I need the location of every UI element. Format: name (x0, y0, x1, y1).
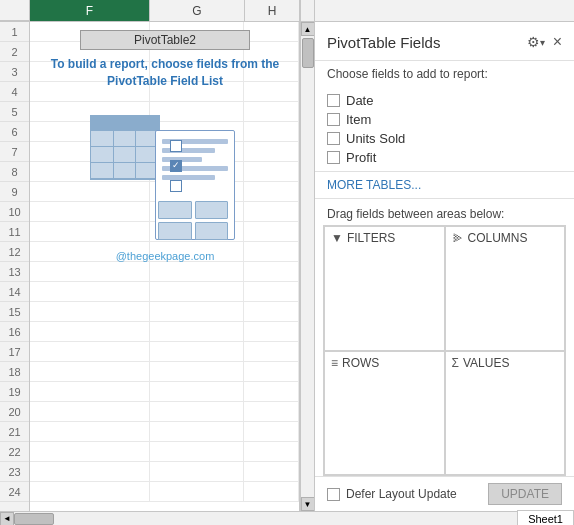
update-button[interactable]: UPDATE (488, 483, 562, 505)
field-checkbox-date[interactable] (327, 94, 340, 107)
scroll-track[interactable] (301, 36, 315, 497)
panel-footer: Defer Layout Update UPDATE (315, 476, 574, 511)
illus-checkbox-1 (170, 140, 182, 152)
row-num: 16 (0, 322, 29, 342)
illustration-checkboxes: ✓ (170, 140, 182, 192)
row-num: 13 (0, 262, 29, 282)
row-num: 11 (0, 222, 29, 242)
row-num: 7 (0, 142, 29, 162)
panel-title: PivotTable Fields (327, 34, 440, 51)
pivot-panel: PivotTable Fields ⚙ ▾ × Choose fields to… (314, 22, 574, 511)
column-header-g[interactable]: G (150, 0, 245, 21)
row-num: 18 (0, 362, 29, 382)
columns-icon: ⫸ (452, 231, 464, 245)
hscroll-track[interactable] (14, 512, 513, 526)
drop-zones: ▼ FILTERS ⫸ COLUMNS ≡ ROWS Σ VALUE (323, 225, 566, 476)
field-item-profit[interactable]: Profit (327, 148, 562, 167)
values-zone[interactable]: Σ VALUES (445, 351, 566, 476)
row-num: 6 (0, 122, 29, 142)
row-num: 12 (0, 242, 29, 262)
row-num: 19 (0, 382, 29, 402)
defer-layout-checkbox[interactable] (327, 488, 340, 501)
field-label-date: Date (346, 93, 373, 108)
sheet-tab[interactable]: Sheet1 (517, 510, 574, 525)
panel-header: PivotTable Fields ⚙ ▾ × (315, 22, 574, 61)
row-num: 20 (0, 402, 29, 422)
watermark: @thegeekpage.com (116, 250, 215, 262)
field-checkbox-item[interactable] (327, 113, 340, 126)
illustration-boxes (158, 201, 228, 240)
row-num: 2 (0, 42, 29, 62)
row-num: 4 (0, 82, 29, 102)
rows-icon: ≡ (331, 356, 338, 370)
panel-subtitle: Choose fields to add to report: (315, 61, 574, 87)
row-num: 3 (0, 62, 29, 82)
illus-checkbox-2: ✓ (170, 160, 182, 172)
scroll-left-button[interactable]: ◄ (0, 512, 14, 526)
close-panel-button[interactable]: × (553, 33, 562, 51)
row-num: 17 (0, 342, 29, 362)
field-item-units-sold[interactable]: Units Sold (327, 129, 562, 148)
rows-label: ROWS (342, 356, 379, 370)
gear-settings-button[interactable]: ⚙ ▾ (523, 32, 549, 52)
columns-label: COLUMNS (468, 231, 528, 245)
filter-icon: ▼ (331, 231, 343, 245)
row-num: 9 (0, 182, 29, 202)
columns-zone[interactable]: ⫸ COLUMNS (445, 226, 566, 351)
field-label-units-sold: Units Sold (346, 131, 405, 146)
row-num: 21 (0, 422, 29, 442)
row-numbers: 1 2 3 4 5 6 7 8 9 10 11 12 13 14 15 16 1… (0, 22, 30, 511)
scroll-thumb[interactable] (302, 38, 314, 68)
horizontal-scrollbar[interactable]: ◄ Sheet1 (0, 511, 574, 525)
row-num: 14 (0, 282, 29, 302)
filters-label: FILTERS (347, 231, 395, 245)
more-tables-link[interactable]: MORE TABLES... (315, 172, 574, 199)
values-icon: Σ (452, 356, 459, 370)
row-num: 1 (0, 22, 29, 42)
row-num: 10 (0, 202, 29, 222)
field-label-profit: Profit (346, 150, 376, 165)
fields-list: Date Item Units Sold Profit (315, 87, 574, 172)
row-num: 8 (0, 162, 29, 182)
illustration-table (90, 115, 160, 180)
pivot-illustration: ✓ (80, 105, 250, 245)
scroll-up-button[interactable]: ▲ (301, 22, 315, 36)
scroll-down-button[interactable]: ▼ (301, 497, 315, 511)
defer-layout-label: Defer Layout Update (346, 487, 482, 501)
pivot-area: PivotTable2 To build a report, choose fi… (30, 22, 300, 270)
hscroll-thumb[interactable] (14, 513, 54, 525)
row-num: 23 (0, 462, 29, 482)
column-header-h[interactable]: H (245, 0, 300, 21)
gear-icon: ⚙ (527, 34, 540, 50)
field-item-item[interactable]: Item (327, 110, 562, 129)
illus-checkbox-3 (170, 180, 182, 192)
pivot-title: PivotTable2 (80, 30, 250, 50)
dropdown-arrow-icon: ▾ (540, 37, 545, 48)
rows-zone[interactable]: ≡ ROWS (324, 351, 445, 476)
row-num: 22 (0, 442, 29, 462)
column-header-f[interactable]: F (30, 0, 150, 21)
spreadsheet-area: PivotTable2 To build a report, choose fi… (30, 22, 300, 511)
row-num: 15 (0, 302, 29, 322)
field-item-date[interactable]: Date (327, 91, 562, 110)
field-checkbox-units-sold[interactable] (327, 132, 340, 145)
panel-header-icons: ⚙ ▾ × (523, 32, 562, 52)
drag-instructions: Drag fields between areas below: (315, 199, 574, 225)
field-checkbox-profit[interactable] (327, 151, 340, 164)
row-num: 24 (0, 482, 29, 502)
row-num: 5 (0, 102, 29, 122)
vertical-scrollbar[interactable]: ▲ ▼ (300, 22, 314, 511)
pivot-instructions: To build a report, choose fields from th… (51, 56, 279, 90)
values-label: VALUES (463, 356, 509, 370)
filters-zone[interactable]: ▼ FILTERS (324, 226, 445, 351)
field-label-item: Item (346, 112, 371, 127)
